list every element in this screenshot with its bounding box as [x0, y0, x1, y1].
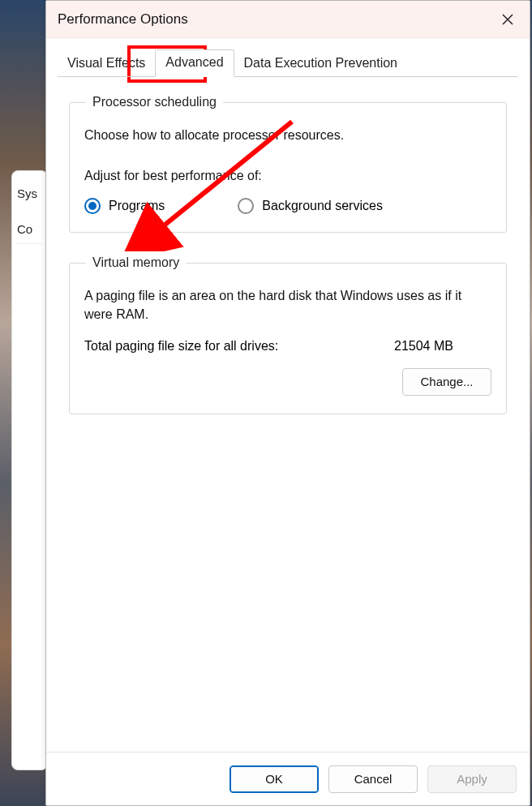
dialog-footer: OK Cancel Apply [46, 752, 530, 805]
processor-scheduling-group: Processor scheduling Choose how to alloc… [69, 95, 507, 233]
tab-content: Processor scheduling Choose how to alloc… [46, 77, 530, 752]
virtual-memory-total-value: 21504 MB [394, 339, 491, 354]
window-title: Performance Options [58, 11, 188, 28]
performance-options-dialog: Performance Options Visual Effects Advan… [45, 0, 530, 806]
radio-background-label: Background services [262, 199, 383, 213]
tab-advanced[interactable]: Advanced [155, 49, 234, 77]
cancel-button[interactable]: Cancel [328, 765, 418, 793]
radio-programs-label: Programs [109, 199, 165, 213]
close-button[interactable] [489, 1, 526, 38]
tab-underline [58, 76, 518, 77]
processor-scheduling-description: Choose how to allocate processor resourc… [84, 126, 491, 144]
tab-visual-effects[interactable]: Visual Effects [58, 51, 155, 77]
virtual-memory-group: Virtual memory A paging file is an area … [69, 255, 507, 414]
background-window-sliver: Sys Co [11, 170, 48, 770]
radio-programs[interactable]: Programs [84, 198, 165, 214]
processor-scheduling-legend: Processor scheduling [86, 95, 223, 109]
radio-background-services[interactable]: Background services [238, 198, 383, 214]
tab-bar: Visual Effects Advanced Data Execution P… [46, 38, 530, 77]
change-button[interactable]: Change... [402, 368, 491, 396]
tab-data-execution-prevention[interactable]: Data Execution Prevention [234, 51, 407, 77]
titlebar: Performance Options [46, 1, 530, 38]
virtual-memory-description: A paging file is an area on the hard dis… [84, 286, 491, 324]
virtual-memory-total-label: Total paging file size for all drives: [84, 339, 278, 354]
virtual-memory-legend: Virtual memory [86, 255, 186, 270]
bg-row-co: Co [17, 215, 42, 244]
bg-row-sys: Sys [17, 179, 42, 208]
ok-button[interactable]: OK [230, 765, 319, 793]
virtual-memory-total-row: Total paging file size for all drives: 2… [84, 339, 491, 354]
radio-circle-icon [84, 198, 101, 214]
radio-row: Programs Background services [84, 198, 491, 214]
apply-button[interactable]: Apply [427, 765, 517, 793]
processor-scheduling-subhead: Adjust for best performance of: [84, 169, 491, 183]
close-icon [501, 13, 514, 26]
radio-circle-icon [238, 198, 254, 214]
